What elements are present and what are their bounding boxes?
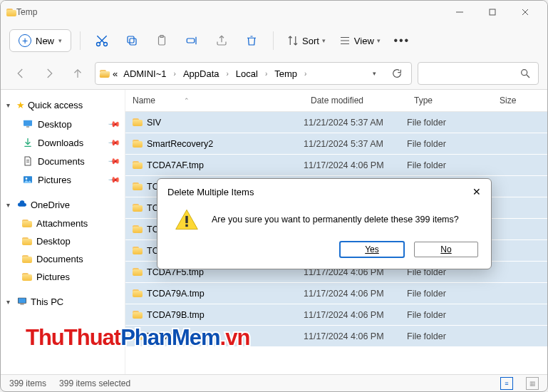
svg-point-17 bbox=[522, 70, 527, 76]
breadcrumb-segment[interactable]: Local bbox=[233, 67, 261, 81]
details-view-button[interactable]: ≡ bbox=[500, 377, 513, 390]
new-button[interactable]: + New ▾ bbox=[9, 29, 71, 52]
paste-button[interactable] bbox=[149, 28, 175, 53]
view-button[interactable]: View ▾ bbox=[334, 34, 385, 47]
sidebar-item-od-pictures[interactable]: Pictures bbox=[1, 268, 125, 286]
chevron-down-icon: ▾ bbox=[6, 201, 14, 209]
col-name[interactable]: Name bbox=[133, 96, 155, 105]
breadcrumb-segment[interactable]: Temp bbox=[272, 67, 300, 81]
dialog-message: Are you sure you want to permanently del… bbox=[212, 215, 459, 225]
folder-icon bbox=[100, 70, 110, 78]
folder-icon bbox=[133, 182, 143, 190]
minimize-button[interactable] bbox=[443, 1, 476, 24]
chevron-right-icon[interactable]: › bbox=[264, 70, 269, 78]
thispc-header[interactable]: ▾ This PC bbox=[1, 292, 125, 311]
chevron-right-icon[interactable]: › bbox=[172, 70, 177, 78]
table-row[interactable]: TCDA79A.tmp11/17/2024 4:06 PMFile folder bbox=[125, 283, 547, 304]
sort-button[interactable]: Sort ▾ bbox=[282, 34, 330, 47]
table-row[interactable]: TCDA79C.tmp11/17/2024 4:06 PMFile folder bbox=[125, 326, 547, 347]
rename-button[interactable] bbox=[179, 28, 205, 53]
breadcrumb-segment[interactable]: AppData bbox=[180, 67, 222, 81]
pin-icon: 📌 bbox=[107, 154, 120, 167]
file-type: File folder bbox=[407, 289, 492, 299]
onedrive-icon bbox=[16, 199, 28, 210]
col-type[interactable]: Type bbox=[407, 90, 492, 111]
pictures-icon bbox=[22, 174, 33, 185]
table-row[interactable]: TCDA7AF.tmp11/17/2024 4:06 PMFile folder bbox=[125, 155, 547, 176]
col-size[interactable]: Size bbox=[492, 90, 547, 111]
search-icon bbox=[519, 68, 531, 79]
sort-indicator-icon: ⌃ bbox=[184, 97, 190, 104]
svg-rect-28 bbox=[20, 304, 24, 304]
file-name: SmartRecovery2 bbox=[147, 139, 213, 149]
file-date: 11/21/2024 5:37 AM bbox=[304, 139, 407, 149]
refresh-button[interactable] bbox=[387, 68, 407, 79]
breadcrumb-segment[interactable]: ADMINI~1 bbox=[120, 67, 169, 81]
sidebar-item-attachments[interactable]: Attachments bbox=[1, 215, 125, 232]
file-date: 11/17/2024 4:06 PM bbox=[304, 310, 407, 320]
copy-button[interactable] bbox=[119, 28, 145, 53]
documents-icon bbox=[22, 155, 33, 167]
col-date[interactable]: Date modified bbox=[304, 90, 407, 111]
folder-icon bbox=[133, 140, 143, 148]
sort-label: Sort bbox=[302, 36, 319, 46]
svg-rect-20 bbox=[26, 126, 29, 127]
file-name: TCDA79B.tmp bbox=[147, 310, 205, 320]
folder-icon bbox=[133, 225, 143, 233]
more-button[interactable]: ••• bbox=[389, 28, 415, 53]
history-dropdown[interactable]: ▾ bbox=[364, 70, 384, 77]
table-row[interactable]: TCDA79B.tmp11/17/2024 4:06 PMFile folder bbox=[125, 304, 547, 326]
folder-icon bbox=[133, 289, 143, 297]
folder-icon bbox=[133, 204, 143, 212]
chevron-right-icon[interactable]: › bbox=[225, 70, 230, 78]
back-button[interactable] bbox=[9, 62, 32, 85]
folder-icon bbox=[22, 255, 32, 263]
forward-button[interactable] bbox=[38, 62, 61, 85]
delete-button[interactable] bbox=[239, 28, 264, 53]
quick-access-header[interactable]: ▾ ★ Quick access bbox=[1, 96, 125, 115]
separator bbox=[80, 31, 81, 50]
window-title: Temp bbox=[16, 7, 443, 17]
file-type: File folder bbox=[407, 310, 492, 320]
file-date: 11/17/2024 4:06 PM bbox=[304, 289, 407, 299]
file-name: TCDA79A.tmp bbox=[147, 289, 205, 299]
delete-confirmation-dialog: Delete Multiple Items ✕ Are you sure you… bbox=[157, 178, 492, 269]
table-row[interactable]: SIV11/21/2024 5:37 AMFile folder bbox=[125, 112, 547, 133]
svg-rect-29 bbox=[185, 216, 187, 223]
cut-button[interactable] bbox=[89, 28, 115, 53]
dialog-close-button[interactable]: ✕ bbox=[472, 186, 481, 197]
onedrive-header[interactable]: ▾ OneDrive bbox=[1, 195, 125, 215]
chevron-down-icon: ▾ bbox=[58, 37, 62, 44]
status-bar: 399 items 399 items selected ≡ ▦ bbox=[1, 374, 547, 391]
thispc-label: This PC bbox=[31, 296, 63, 307]
search-box[interactable] bbox=[418, 62, 539, 85]
warning-icon bbox=[175, 207, 199, 232]
share-button[interactable] bbox=[209, 28, 234, 53]
address-bar: « ADMINI~1 › AppData › Local › Temp › ▾ bbox=[1, 58, 547, 89]
folder-icon bbox=[133, 161, 143, 169]
sidebar-item-od-desktop[interactable]: Desktop bbox=[1, 232, 125, 250]
chevron-right-icon[interactable]: › bbox=[303, 70, 308, 78]
sidebar-item-downloads[interactable]: Downloads 📌 bbox=[1, 133, 125, 152]
sidebar-item-documents[interactable]: Documents 📌 bbox=[1, 152, 125, 170]
yes-button[interactable]: Yes bbox=[340, 242, 404, 257]
new-label: New bbox=[36, 36, 54, 46]
folder-icon bbox=[133, 332, 143, 340]
close-button[interactable] bbox=[509, 1, 542, 24]
svg-line-18 bbox=[527, 75, 529, 78]
address-box[interactable]: « ADMINI~1 › AppData › Local › Temp › ▾ bbox=[95, 62, 412, 85]
up-button[interactable] bbox=[66, 62, 89, 85]
breadcrumb-prefix: « bbox=[113, 68, 118, 79]
maximize-button[interactable] bbox=[476, 1, 509, 24]
svg-rect-1 bbox=[490, 9, 495, 15]
file-name: TCDA7AF.tmp bbox=[147, 160, 204, 170]
sidebar-item-od-documents[interactable]: Documents bbox=[1, 250, 125, 268]
table-row[interactable]: SmartRecovery211/21/2024 5:37 AMFile fol… bbox=[125, 133, 547, 155]
no-button[interactable]: No bbox=[414, 242, 478, 257]
sidebar-item-pictures[interactable]: Pictures 📌 bbox=[1, 170, 125, 189]
item-count: 399 items bbox=[9, 378, 46, 388]
column-headers[interactable]: Name⌃ Date modified Type Size bbox=[125, 90, 547, 112]
folder-icon bbox=[133, 268, 143, 276]
thumbnails-view-button[interactable]: ▦ bbox=[526, 377, 539, 390]
sidebar-item-desktop[interactable]: Desktop 📌 bbox=[1, 115, 125, 133]
